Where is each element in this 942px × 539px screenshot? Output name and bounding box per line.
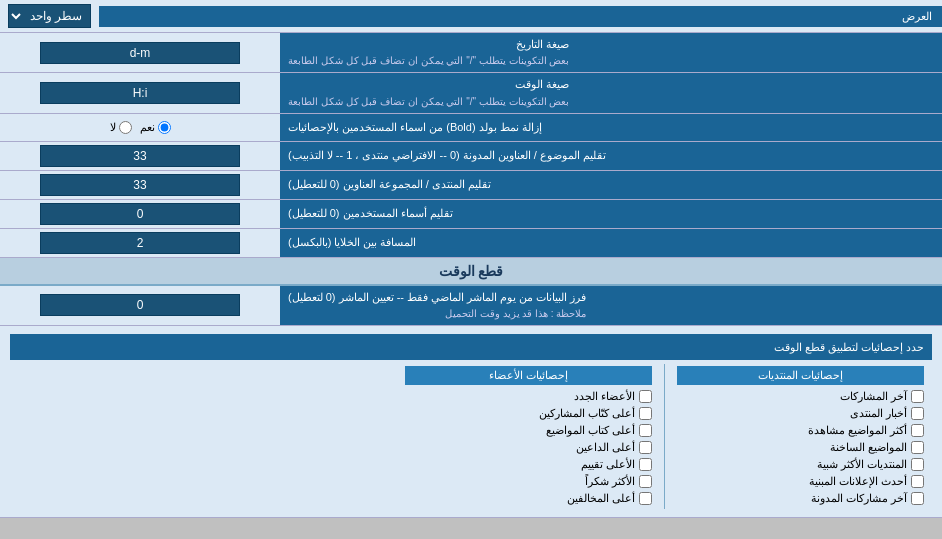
stat-most-similar: المنتديات الأكثر شبية: [677, 456, 924, 473]
posts-stats-header: إحصائيات المنتديات: [677, 366, 924, 385]
stats-filter-label: حدد إحصائيات لتطبيق قطع الوقت: [18, 341, 924, 354]
members-stats-header: إحصائيات الأعضاء: [405, 366, 652, 385]
stat-top-topic-writers: أعلى كتاب المواضيع: [405, 422, 652, 439]
forum-headers-label: تقليم المنتدى / المجموعة العناوين (0 للت…: [280, 171, 942, 199]
display-label: العرض: [99, 6, 942, 27]
date-format-label: صيغة التاريخ بعض التكوينات يتطلب "/" الت…: [280, 33, 942, 72]
display-select-cell: سطر واحد سطران ثلاثة أسطر: [0, 0, 99, 32]
time-format-label: صيغة الوقت بعض التكوينات يتطلب "/" التي …: [280, 73, 942, 112]
stat-most-thanks: الأكثر شكراً: [405, 473, 652, 490]
stat-top-posters: أعلى كتّاب المشاركين: [405, 405, 652, 422]
posts-stats-col: إحصائيات المنتديات آخر المشاركات أخبار ا…: [669, 364, 932, 509]
topic-headers-label: تقليم الموضوع / العناوين المدونة (0 -- ا…: [280, 142, 942, 170]
bold-usernames-label: إزالة نمط بولد (Bold) من اسماء المستخدمي…: [280, 114, 942, 141]
stat-last-blog-posts-check[interactable]: [911, 492, 924, 505]
stat-top-rated: الأعلى تقييم: [405, 456, 652, 473]
bold-no-radio[interactable]: [119, 121, 132, 134]
stat-most-viewed: أكثر المواضيع مشاهدة: [677, 422, 924, 439]
date-format-input-cell: [0, 33, 280, 72]
stat-forum-news-check[interactable]: [911, 407, 924, 420]
bold-yes-radio[interactable]: [158, 121, 171, 134]
display-select[interactable]: سطر واحد سطران ثلاثة أسطر: [8, 4, 91, 28]
cutoff-section-header: قطع الوقت: [0, 258, 942, 284]
members-stats-col: إحصائيات الأعضاء الأعضاء الجدد أعلى كتّا…: [397, 364, 660, 509]
stat-top-inviters: أعلى الداعين: [405, 439, 652, 456]
stat-top-violators: أعلى المخالفين: [405, 490, 652, 507]
stat-top-violators-check[interactable]: [639, 492, 652, 505]
usernames-trim-input-cell: [0, 200, 280, 228]
stat-most-similar-check[interactable]: [911, 458, 924, 471]
stat-top-rated-check[interactable]: [639, 458, 652, 471]
usernames-trim-label: تقليم أسماء المستخدمين (0 للتعطيل): [280, 200, 942, 228]
bold-no-label: لا: [110, 121, 116, 134]
forum-headers-input[interactable]: [40, 174, 240, 196]
usernames-trim-input[interactable]: [40, 203, 240, 225]
stat-new-members: الأعضاء الجدد: [405, 388, 652, 405]
stat-most-viewed-check[interactable]: [911, 424, 924, 437]
stat-most-thanks-check[interactable]: [639, 475, 652, 488]
forum-headers-input-cell: [0, 171, 280, 199]
date-format-input[interactable]: [40, 42, 240, 64]
stat-latest-announcements: أحدث الإعلانات المبنية: [677, 473, 924, 490]
time-format-input[interactable]: [40, 82, 240, 104]
stat-last-posts-check[interactable]: [911, 390, 924, 403]
stat-last-blog-posts: آخر مشاركات المدونة: [677, 490, 924, 507]
cell-gap-input-cell: [0, 229, 280, 257]
topic-headers-input-cell: [0, 142, 280, 170]
stat-latest-announcements-check[interactable]: [911, 475, 924, 488]
bold-no-option[interactable]: لا: [110, 121, 132, 134]
stat-hot-topics-check[interactable]: [911, 441, 924, 454]
stat-top-inviters-check[interactable]: [639, 441, 652, 454]
stat-last-posts: آخر المشاركات: [677, 388, 924, 405]
bold-yes-label: نعم: [140, 121, 155, 134]
stat-forum-news: أخبار المنتدى: [677, 405, 924, 422]
topic-headers-input[interactable]: [40, 145, 240, 167]
cutoff-input[interactable]: [40, 294, 240, 316]
stats-right-col: [10, 364, 397, 509]
cell-gap-input[interactable]: [40, 232, 240, 254]
stat-top-posters-check[interactable]: [639, 407, 652, 420]
stat-new-members-check[interactable]: [639, 390, 652, 403]
stat-hot-topics: المواضيع الساخنة: [677, 439, 924, 456]
cutoff-label: فرز البيانات من يوم الماشر الماضي فقط --…: [280, 286, 942, 325]
cutoff-input-cell: [0, 286, 280, 325]
bold-yes-option[interactable]: نعم: [140, 121, 171, 134]
time-format-input-cell: [0, 73, 280, 112]
bold-usernames-radio-cell: نعم لا: [0, 114, 280, 141]
stat-top-topic-writers-check[interactable]: [639, 424, 652, 437]
cell-gap-label: المسافة بين الخلايا (بالبكسل): [280, 229, 942, 257]
